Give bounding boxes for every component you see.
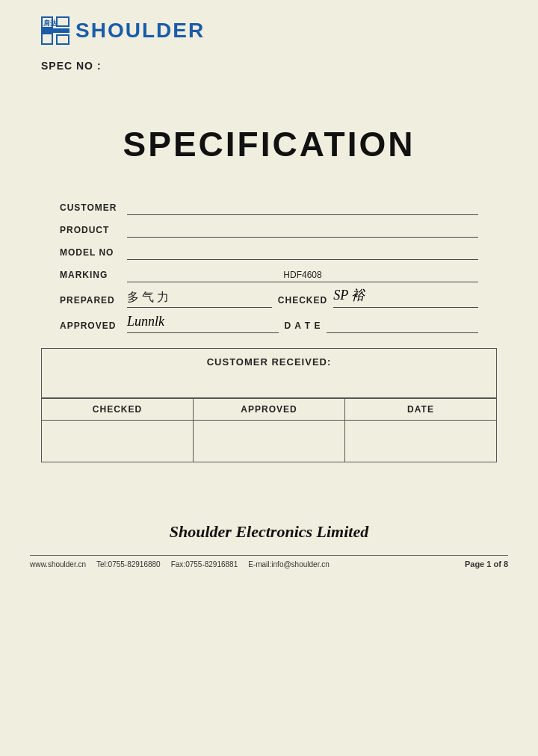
page-number: Page 1 of 8 bbox=[465, 560, 508, 568]
approved-label: APPROVED bbox=[60, 320, 127, 333]
received-col-approved: APPROVED bbox=[194, 399, 345, 420]
model-label: MODEL NO bbox=[60, 247, 127, 260]
svg-rect-7 bbox=[58, 36, 68, 43]
approved-row: APPROVED Lunnlk D A T E bbox=[60, 309, 478, 333]
product-value bbox=[127, 224, 478, 238]
logo-text: SHOULDER bbox=[75, 19, 205, 43]
received-col-date: DATE bbox=[345, 399, 496, 420]
model-row: MODEL NO bbox=[60, 239, 478, 260]
footer-info: www.shoulder.cn Tel:0755-82916880 Fax:07… bbox=[30, 560, 330, 568]
checked-label: CHECKED bbox=[272, 295, 333, 308]
model-value bbox=[127, 247, 478, 260]
footer-email: E-mail:info@shoulder.cn bbox=[248, 560, 330, 568]
logo: 肩达 SHOULDER bbox=[41, 16, 205, 45]
marking-row: MARKING HDF4608 bbox=[60, 261, 478, 282]
svg-rect-6 bbox=[58, 18, 68, 25]
approved-signature: Lunnlk bbox=[127, 312, 279, 333]
prepared-label: PREPARED bbox=[60, 295, 127, 308]
checked-sig-text: SP 裕 bbox=[333, 286, 365, 306]
marking-value: HDF4608 bbox=[127, 269, 478, 282]
svg-rect-5 bbox=[43, 34, 52, 43]
header: 肩达 SHOULDER bbox=[0, 0, 538, 52]
received-col-checked: CHECKED bbox=[42, 399, 194, 420]
checked-signature: SP 裕 bbox=[333, 286, 478, 308]
product-row: PRODUCT bbox=[60, 217, 478, 238]
received-approved-cell bbox=[194, 421, 345, 462]
info-table: CUSTOMER PRODUCT MODEL NO MARKING HDF460… bbox=[0, 194, 538, 333]
customer-value bbox=[127, 202, 478, 215]
prepared-sig-text: 多 气 力 bbox=[127, 290, 169, 306]
received-section: CUSTOMER RECEIVED: CHECKED APPROVED DATE bbox=[41, 348, 497, 462]
logo-icon: 肩达 bbox=[41, 16, 69, 45]
marking-label: MARKING bbox=[60, 270, 127, 282]
footer-website: www.shoulder.cn bbox=[30, 560, 86, 568]
date-label: D A T E bbox=[279, 320, 327, 333]
footer-company: Shoulder Electronics Limited bbox=[0, 462, 538, 555]
customer-label: CUSTOMER bbox=[60, 202, 127, 215]
received-columns: CHECKED APPROVED DATE bbox=[42, 398, 496, 420]
spec-no-label: SPEC NO : bbox=[41, 60, 102, 72]
spec-no: SPEC NO : bbox=[0, 52, 538, 72]
prepared-signature: 多 气 力 bbox=[127, 287, 272, 308]
approved-sig-text: Lunnlk bbox=[127, 314, 164, 331]
received-checked-cell bbox=[42, 421, 194, 462]
prepared-content: 多 气 力 CHECKED SP 裕 bbox=[127, 286, 478, 308]
received-header: CUSTOMER RECEIVED: bbox=[42, 349, 496, 398]
page: 肩达 SHOULDER SPEC NO : SPECIFICATION CUST… bbox=[0, 0, 538, 756]
title-section: SPECIFICATION bbox=[0, 72, 538, 194]
approved-content: Lunnlk D A T E bbox=[127, 312, 478, 333]
svg-rect-1 bbox=[41, 28, 69, 33]
product-label: PRODUCT bbox=[60, 225, 127, 238]
prepared-row: PREPARED 多 气 力 CHECKED SP 裕 bbox=[60, 284, 478, 308]
footer-tel: Tel:0755-82916880 bbox=[96, 560, 161, 568]
svg-text:肩达: 肩达 bbox=[43, 19, 58, 27]
footer-bar: www.shoulder.cn Tel:0755-82916880 Fax:07… bbox=[30, 555, 508, 572]
marking-text: HDF4608 bbox=[127, 270, 478, 280]
customer-row: CUSTOMER bbox=[60, 194, 478, 215]
received-date-cell bbox=[345, 421, 496, 462]
page-title: SPECIFICATION bbox=[0, 124, 538, 164]
footer-fax: Fax:0755-82916881 bbox=[171, 560, 238, 568]
date-value bbox=[327, 312, 478, 333]
received-data-row bbox=[42, 420, 496, 462]
